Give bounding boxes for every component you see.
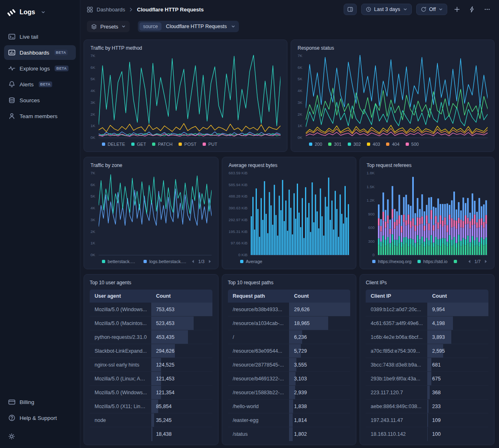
column-header-count[interactable]: Count — [289, 293, 350, 299]
table-row[interactable]: /resource/b4691322-...3,103 — [228, 372, 351, 386]
quick-actions-button[interactable] — [467, 4, 477, 15]
axis-tick-label: 7K — [91, 53, 95, 58]
table-row[interactable]: Mozilla/5.0 (Macintos...523,453 — [90, 316, 212, 330]
axis-tick-label: 2K — [91, 112, 95, 116]
legend-item[interactable] — [454, 260, 457, 263]
sidebar-item-live-tail[interactable]: Live tail — [4, 29, 76, 44]
chevron-down-icon[interactable] — [41, 10, 46, 15]
cell-count: 5,729 — [289, 344, 350, 358]
table-row[interactable]: Mozilla/5.0 (Windows...753,453 — [90, 303, 212, 316]
table-row[interactable]: /resource/28778545-...3,555 — [228, 358, 351, 372]
table-row[interactable]: /resource/15883b22-...2,939 — [228, 386, 351, 400]
legend-item[interactable]: 404 — [386, 142, 399, 147]
card-top-user-agents: Top 10 user agents User agent Count Mozi… — [84, 274, 219, 445]
table-row[interactable]: /easter-egg1,814 — [228, 413, 351, 427]
sidebar-item-sources[interactable]: Sources — [4, 93, 76, 108]
cell-count: 681 — [427, 358, 488, 371]
referees-stacked-bar-chart[interactable] — [378, 172, 488, 255]
sidebar-item-dashboards[interactable]: Dashboards BETA — [4, 45, 76, 60]
legend-item[interactable]: 302 — [348, 142, 361, 147]
http-method-line-chart[interactable] — [99, 55, 280, 138]
table-row[interactable]: /resource/b38b4933...29,626 — [228, 303, 351, 316]
chart-canvas — [378, 172, 488, 255]
legend-item[interactable]: logs.betterstack.com — [144, 259, 188, 264]
legend-item[interactable]: 301 — [328, 142, 341, 147]
legend-item[interactable]: 403 — [367, 142, 380, 147]
table-row[interactable]: /hello-world1,838 — [228, 400, 351, 413]
legend-item[interactable]: PATCH — [152, 142, 172, 147]
sidebar-item-help-support[interactable]: Help & Support — [4, 411, 76, 425]
toggle-side-panel-button[interactable] — [344, 4, 357, 15]
add-panel-button[interactable] — [452, 4, 462, 15]
card-title: Response status — [298, 45, 488, 51]
presets-button[interactable]: Presets — [87, 21, 130, 32]
table-row[interactable]: 197.243.11.47109 — [366, 413, 488, 427]
legend-item[interactable]: DELETE — [102, 142, 125, 147]
table-row[interactable]: 1c6b:4e2e:b06a:6bcf...3,893 — [366, 330, 488, 344]
source-selector[interactable]: source Cloudflare HTTP Requests — [138, 21, 239, 32]
sidebar-item-label: Help & Support — [20, 415, 57, 421]
table-row[interactable]: Mozilla/5.0 (Linux; An...121,453 — [90, 372, 212, 386]
sidebar-item-billing[interactable]: Billing — [4, 395, 76, 409]
column-header-user-agent[interactable]: User agent — [90, 293, 151, 299]
table-row[interactable]: aebe:8864:849c:038...233 — [366, 400, 488, 413]
table-row[interactable]: Mozilla/5.0 (Windows...121,354 — [90, 386, 212, 400]
column-header-count[interactable]: Count — [427, 293, 488, 299]
next-page-icon[interactable] — [484, 259, 488, 264]
legend-swatch — [454, 260, 457, 263]
legend-item[interactable]: https://std.io — [417, 259, 447, 264]
table-row[interactable]: python-requests/2.31.0453,435 — [90, 330, 212, 344]
table-row[interactable]: /resource/63e09544...5,729 — [228, 344, 351, 358]
legend-label: POST — [184, 142, 197, 147]
column-header-count[interactable]: Count — [151, 293, 212, 299]
sidebar-item-explore-logs[interactable]: Explore logs BETA — [4, 61, 76, 76]
table-row[interactable]: nginx-ssl early hints124,525 — [90, 358, 212, 372]
table-row[interactable]: 18,438 — [90, 427, 212, 441]
breadcrumb-dashboards-link[interactable]: Dashboards — [97, 7, 125, 13]
more-options-button[interactable] — [482, 4, 492, 15]
table-row[interactable]: 223.117.120.7368 — [366, 386, 488, 400]
table-row[interactable]: a70c:f85d:e754:309...2,595 — [366, 344, 488, 358]
next-page-icon[interactable] — [208, 259, 212, 264]
legend-item[interactable]: betterstack.com — [102, 259, 137, 264]
table-row[interactable]: /status1,802 — [228, 427, 351, 441]
legend-item[interactable]: https://nexoq.org — [372, 259, 411, 264]
traffic-by-zone-line-chart[interactable] — [99, 172, 212, 255]
legend-item[interactable]: GET — [131, 142, 146, 147]
chevron-down-icon — [403, 7, 407, 11]
request-bytes-bar-chart[interactable] — [251, 172, 349, 255]
cell-count: 675 — [427, 372, 488, 385]
legend-item[interactable]: 200 — [309, 142, 322, 147]
prev-page-icon[interactable] — [468, 259, 471, 264]
legend-swatch — [406, 143, 409, 146]
table-row[interactable]: 3bcc:7438:d3e8:b9a...681 — [366, 358, 488, 372]
time-range-button[interactable]: Last 3 days — [361, 4, 412, 15]
table-row[interactable]: 18.163.110.142100 — [366, 427, 488, 441]
legend-label: 403 — [373, 142, 380, 147]
legend-item[interactable]: 500 — [406, 142, 419, 147]
auto-refresh-button[interactable]: Off — [416, 4, 447, 15]
workspace-switcher[interactable]: Logs — [4, 6, 76, 24]
table-row[interactable]: Slackbot-LinkExpand...294,626 — [90, 344, 212, 358]
response-status-line-chart[interactable] — [306, 55, 488, 138]
sidebar-item-alerts[interactable]: Alerts BETA — [4, 77, 76, 92]
sun-icon[interactable] — [8, 433, 15, 440]
legend-swatch — [309, 143, 312, 146]
table-row[interactable]: 4c61:6357:a4f9:49e6...4,198 — [366, 316, 488, 330]
table-row[interactable]: Mozilla/5.0 (X11; Linu...85,854 — [90, 400, 212, 413]
legend-item[interactable]: POST — [179, 142, 197, 147]
table-row[interactable]: 0389:b1c2:a0d7:20c...9,954 — [366, 303, 488, 316]
axis-tick-label: 292.97 KiB — [229, 217, 247, 222]
table-row[interactable]: /6,236 — [228, 330, 351, 344]
table-row[interactable]: 293b:1be9:6f0a:43a...675 — [366, 372, 488, 386]
legend-item[interactable]: Average — [240, 259, 263, 264]
table-row[interactable]: node35,245 — [90, 413, 212, 427]
column-header-client-ip[interactable]: Client IP — [366, 293, 427, 299]
table-row[interactable]: /resource/a1034cab-...18,965 — [228, 316, 351, 330]
table-body: Mozilla/5.0 (Windows...753,453Mozilla/5.… — [90, 303, 212, 441]
legend-item[interactable]: PUT — [203, 142, 217, 147]
axis-tick-label: 4K — [298, 88, 302, 93]
prev-page-icon[interactable] — [191, 259, 194, 264]
sidebar-item-team-members[interactable]: Team members — [4, 109, 76, 123]
column-header-request-path[interactable]: Request path — [228, 293, 289, 299]
